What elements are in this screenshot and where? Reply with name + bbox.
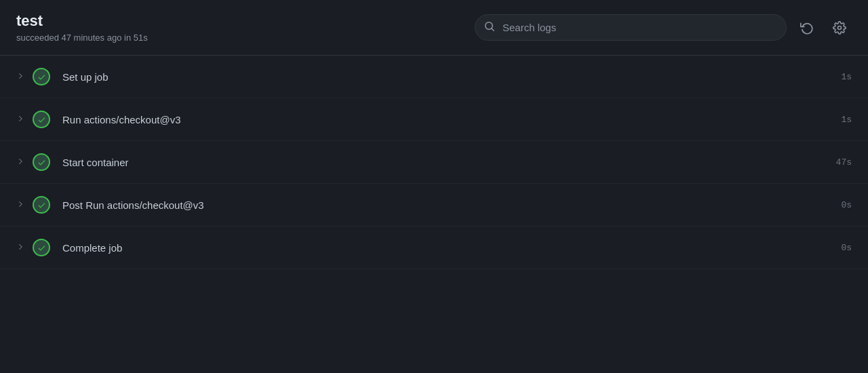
step-name: Set up job <box>62 71 825 83</box>
step-duration: 1s <box>825 72 852 82</box>
search-container <box>475 14 787 41</box>
search-input[interactable] <box>475 14 787 41</box>
step-row[interactable]: Run actions/checkout@v3 1s <box>0 98 868 141</box>
success-badge <box>33 111 50 128</box>
success-badge <box>33 68 50 85</box>
header-left: test succeeded 47 minutes ago in 51s <box>16 12 148 43</box>
success-badge <box>33 153 50 171</box>
chevron-right-icon <box>16 115 24 125</box>
settings-button[interactable] <box>827 16 852 40</box>
main-container: test succeeded 47 minutes ago in 51s <box>0 0 868 269</box>
gear-icon <box>833 21 846 35</box>
success-badge <box>33 239 50 256</box>
job-status: succeeded 47 minutes ago in 51s <box>16 33 148 43</box>
step-name: Run actions/checkout@v3 <box>62 114 825 125</box>
step-row[interactable]: Start container 47s <box>0 141 868 184</box>
success-badge <box>33 196 50 214</box>
step-name: Complete job <box>62 242 825 254</box>
chevron-right-icon <box>16 200 24 210</box>
step-row[interactable]: Post Run actions/checkout@v3 0s <box>0 184 868 227</box>
step-name: Post Run actions/checkout@v3 <box>62 199 825 211</box>
step-duration: 0s <box>825 200 852 210</box>
chevron-right-icon <box>16 157 24 168</box>
svg-point-0 <box>838 26 842 29</box>
step-duration: 1s <box>825 115 852 125</box>
step-duration: 0s <box>825 243 852 253</box>
step-row[interactable]: Complete job 0s <box>0 227 868 269</box>
step-row[interactable]: Set up job 1s <box>0 56 868 98</box>
chevron-right-icon <box>16 243 24 253</box>
refresh-icon <box>800 21 814 35</box>
job-title: test <box>16 12 148 30</box>
header-right <box>475 14 852 41</box>
refresh-button[interactable] <box>795 16 819 40</box>
header: test succeeded 47 minutes ago in 51s <box>0 0 868 56</box>
chevron-right-icon <box>16 72 24 82</box>
steps-list: Set up job 1s Run actions/checkout@v3 1s <box>0 56 868 269</box>
step-duration: 47s <box>825 157 852 168</box>
step-name: Start container <box>62 157 825 168</box>
